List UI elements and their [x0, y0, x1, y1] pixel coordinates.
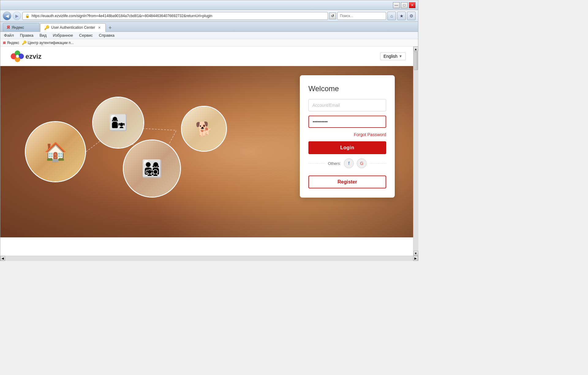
language-dropdown-arrow: ▼: [399, 54, 402, 58]
scrollbar-thumb[interactable]: [414, 52, 418, 70]
svg-text:ezviz: ezviz: [25, 53, 42, 60]
h-scrollbar-track[interactable]: [5, 256, 413, 261]
url-input[interactable]: [32, 14, 325, 18]
maximize-button[interactable]: □: [401, 2, 408, 8]
tab-auth-center[interactable]: 🔑 User Authentication Center ✕: [40, 23, 106, 32]
forward-button[interactable]: ▶: [13, 12, 21, 20]
scrollbar-right-button[interactable]: ▶: [413, 256, 418, 261]
close-button[interactable]: ✕: [409, 2, 416, 8]
others-line-left: [308, 163, 325, 164]
others-line-right: [370, 163, 386, 164]
menu-edit[interactable]: Правка: [19, 33, 35, 38]
scrollbar-track[interactable]: [413, 51, 418, 251]
address-bar: 🔒: [22, 12, 328, 20]
content-area: ezviz English ▼: [0, 46, 418, 256]
circle-mom-child: 👩‍👧: [92, 97, 144, 149]
window-controls: — □ ✕: [393, 2, 416, 8]
logo-area: ezviz: [8, 50, 51, 63]
search-bar: 🔍: [337, 12, 386, 20]
others-label: Others:: [328, 161, 341, 166]
yandex-favicon: Я: [7, 25, 10, 30]
menu-file[interactable]: Файл: [3, 33, 15, 38]
menu-bar: Файл Правка Вид Избранное Сервис Справка: [0, 32, 418, 39]
home-button[interactable]: ⌂: [387, 12, 396, 20]
favorites-button[interactable]: ★: [397, 12, 406, 20]
google-login-button[interactable]: G: [357, 158, 367, 168]
nav-bar: ◀ ▶ 🔒 ↺ 🔍 ⌂ ★ ⚙: [0, 10, 418, 22]
svg-point-4: [16, 55, 19, 58]
username-input[interactable]: [308, 99, 386, 111]
password-field: [308, 116, 386, 128]
bookmark-auth-label: Центр аутентификации п...: [28, 41, 74, 45]
site-header: ezviz English ▼: [0, 46, 413, 66]
others-row: Others: f G: [308, 158, 386, 168]
nav-right-buttons: ⌂ ★ ⚙: [387, 12, 416, 20]
scrollbar-left-button[interactable]: ◀: [0, 256, 5, 261]
forgot-password-link[interactable]: Forgot Password: [308, 132, 386, 137]
circle-closet: 🏠: [25, 121, 86, 182]
bookmark-auth-icon: 🔑: [22, 40, 27, 45]
minimize-button[interactable]: —: [393, 2, 400, 8]
tab-auth-label: User Authentication Center: [51, 25, 95, 30]
ezviz-logo: ezviz: [8, 50, 51, 63]
menu-favorites[interactable]: Избранное: [51, 33, 74, 38]
bookmark-auth[interactable]: 🔑 Центр аутентификации п...: [22, 40, 74, 45]
auth-favicon: 🔑: [44, 25, 49, 30]
scrollbar-down-button[interactable]: ▼: [413, 251, 418, 256]
tab-yandex-label: Яндекс: [12, 25, 24, 30]
circle-dog: 🐕: [181, 106, 227, 152]
username-field: [308, 99, 386, 111]
bookmarks-bar: Я Яндекс 🔑 Центр аутентификации п...: [0, 39, 418, 46]
welcome-title: Welcome: [308, 84, 386, 93]
vertical-scrollbar[interactable]: ▲ ▼: [413, 46, 418, 256]
register-button[interactable]: Register: [308, 176, 386, 188]
tab-close-button[interactable]: ✕: [97, 25, 102, 30]
title-bar: — □ ✕: [0, 0, 418, 10]
bookmark-yandex[interactable]: Я Яндекс: [3, 40, 19, 45]
scrollbar-up-button[interactable]: ▲: [413, 46, 418, 51]
horizontal-scrollbar[interactable]: ◀ ▶: [0, 256, 418, 261]
reload-button[interactable]: ↺: [329, 13, 336, 19]
tabs-bar: Я Яндекс 🔑 User Authentication Center ✕ …: [0, 22, 418, 32]
browser-window: — □ ✕ ◀ ▶ 🔒 ↺ 🔍 ⌂ ★ ⚙ Я Яндекс 🔑 Us: [0, 0, 418, 261]
search-input[interactable]: [340, 14, 386, 18]
tab-yandex[interactable]: Я Яндекс: [3, 23, 40, 32]
menu-view[interactable]: Вид: [38, 33, 48, 38]
settings-button[interactable]: ⚙: [407, 12, 416, 20]
new-tab-button[interactable]: +: [106, 24, 114, 32]
facebook-login-button[interactable]: f: [344, 158, 354, 168]
language-selector[interactable]: English ▼: [380, 52, 406, 60]
menu-help[interactable]: Справка: [98, 33, 116, 38]
login-button[interactable]: Login: [308, 141, 386, 154]
login-card: Welcome Forgot Password Login Others: f …: [300, 75, 395, 198]
circle-family: 👨‍👩‍👧‍👦: [123, 139, 181, 198]
main-content: ezviz English ▼: [0, 46, 413, 256]
menu-service[interactable]: Сервис: [78, 33, 94, 38]
back-button[interactable]: ◀: [3, 12, 11, 20]
bookmark-yandex-icon: Я: [3, 40, 6, 45]
password-input[interactable]: [308, 116, 386, 128]
footer-area: [0, 237, 413, 256]
hero-section: 🏠 👩‍👧 👨‍👩‍👧‍👦 🐕: [0, 66, 413, 237]
language-label: English: [383, 54, 398, 59]
bookmark-yandex-label: Яндекс: [7, 41, 19, 45]
lock-icon: 🔒: [25, 14, 30, 18]
